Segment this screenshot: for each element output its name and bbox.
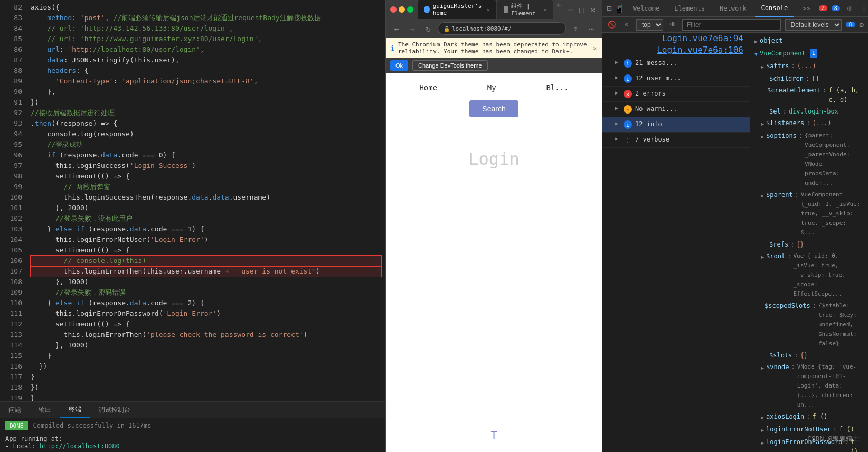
tab-welcome[interactable]: Welcome bbox=[627, 0, 666, 17]
msg-2-errors[interactable]: ▶ ✕ 2 errors bbox=[602, 87, 750, 102]
clear-console-icon[interactable]: 🚫 bbox=[607, 20, 617, 30]
expand-axios[interactable]: ▶ bbox=[761, 413, 764, 422]
login-link-2[interactable]: Login.vue7e6a:106 bbox=[657, 45, 743, 55]
code-line: } else if (response.data.code === 2) { bbox=[31, 298, 381, 308]
line-number: 99 bbox=[0, 182, 22, 192]
back-btn[interactable]: ← bbox=[390, 22, 403, 35]
error-badge: 2 bbox=[819, 5, 827, 11]
code-line: }) bbox=[31, 361, 381, 372]
browser-max-btn[interactable] bbox=[407, 6, 413, 13]
browser-tab-home[interactable]: guiguiMaster's home ✕ bbox=[418, 0, 496, 19]
code-line: this.loginErrorOnPassword('Login Error') bbox=[31, 308, 381, 319]
login-link-1[interactable]: Login.vue7e6a:94 bbox=[662, 34, 743, 43]
nav-home[interactable]: Home bbox=[419, 83, 437, 92]
info-icon: i bbox=[624, 74, 632, 83]
search-button[interactable]: Search bbox=[469, 100, 518, 117]
tab-debug[interactable]: 调试控制台 bbox=[90, 402, 139, 418]
extensions-btn[interactable]: ⊕ bbox=[569, 22, 582, 35]
expand-attrs[interactable]: ▶ bbox=[761, 62, 764, 72]
code-line: setTimeout(() => { bbox=[31, 245, 381, 256]
line-number: 87 bbox=[0, 55, 22, 65]
code-line: setTimeout(() => { bbox=[31, 171, 381, 182]
tab-network[interactable]: Network bbox=[713, 0, 753, 17]
listeners-val: (...) bbox=[813, 118, 832, 128]
dock-side-icon[interactable]: ⋮ bbox=[859, 3, 868, 14]
filter-input[interactable] bbox=[682, 19, 781, 31]
navigation-bar: ← → ↻ 🔒 localhost:8080/#/ ⊕ ⋯ bbox=[386, 19, 602, 38]
tab-output[interactable]: 输出 bbox=[30, 402, 60, 418]
browser-close-btn[interactable] bbox=[390, 6, 397, 13]
code-line: headers: { bbox=[31, 65, 381, 76]
settings-icon[interactable]: ⚙ bbox=[844, 3, 855, 14]
local-url[interactable]: http://localhost:8080 bbox=[40, 442, 120, 450]
nav-my[interactable]: My bbox=[487, 83, 496, 92]
level-selector[interactable]: Default levels bbox=[785, 19, 842, 31]
refresh-btn[interactable]: ↻ bbox=[422, 22, 435, 35]
expand-object[interactable]: ▶ bbox=[754, 37, 758, 46]
line-number: 105 bbox=[0, 245, 22, 256]
expand-vue[interactable]: ▼ bbox=[754, 50, 758, 59]
verbose-icon: ⋮ bbox=[624, 136, 632, 144]
attrs-val: (...) bbox=[797, 61, 816, 71]
expand-root[interactable]: ▶ bbox=[761, 252, 764, 262]
eye-icon[interactable]: 👁 bbox=[667, 20, 678, 30]
msg-12-user[interactable]: ▶ i 12 user m... bbox=[602, 71, 750, 87]
console-settings-icon[interactable]: ⚙ bbox=[860, 21, 864, 29]
change-devtools-theme-btn[interactable]: Change DevTools theme bbox=[412, 60, 487, 71]
msg-12-info[interactable]: ▶ i 12 info bbox=[602, 117, 750, 133]
object-label: object bbox=[760, 36, 782, 45]
line-number: 113 bbox=[0, 329, 22, 340]
colon: : bbox=[794, 351, 798, 360]
tab-console[interactable]: Console bbox=[755, 0, 795, 17]
browser-tab-element-close[interactable]: ✕ bbox=[543, 7, 546, 13]
url-bar[interactable]: 🔒 localhost:8080/#/ bbox=[438, 22, 566, 35]
expand-lerror[interactable]: ▶ bbox=[761, 426, 764, 435]
browser-title-bar: guiguiMaster's home ✕ 组件 | Element ✕ + ─… bbox=[386, 0, 602, 19]
new-tab-btn[interactable]: + bbox=[554, 0, 563, 19]
code-line: setTimeout(() => { bbox=[31, 319, 381, 329]
expand-options[interactable]: ▶ bbox=[761, 132, 764, 142]
win-max-icon[interactable]: □ bbox=[579, 5, 584, 15]
ok-btn[interactable]: Ok bbox=[390, 60, 408, 71]
win-close-icon[interactable]: ✕ bbox=[590, 5, 596, 15]
line-numbers: 8283848586878889909192939495969798991001… bbox=[0, 0, 26, 401]
win-min-icon[interactable]: ─ bbox=[568, 5, 573, 15]
scoped-slots-key: $scopedSlots bbox=[765, 301, 810, 310]
line-number: 109 bbox=[0, 287, 22, 298]
tab-more[interactable]: >> bbox=[796, 0, 816, 17]
msg-no-warn[interactable]: ▶ ⚠ No warni... bbox=[602, 102, 750, 117]
line-number: 98 bbox=[0, 171, 22, 182]
url-text: localhost:8080/#/ bbox=[452, 25, 512, 32]
line-number: 91 bbox=[0, 97, 22, 108]
expand-listeners[interactable]: ▶ bbox=[761, 119, 764, 129]
bottom-tabs: 问题 输出 终端 调试控制台 bbox=[0, 401, 385, 418]
expand-parent[interactable]: ▶ bbox=[761, 191, 764, 201]
code-line: //登录失败，没有此用户 bbox=[31, 213, 381, 224]
close-notification-btn[interactable]: ✕ bbox=[593, 45, 597, 52]
msg-21-messages[interactable]: ▶ i 21 messa... bbox=[602, 56, 750, 71]
browser-tab-element[interactable]: 组件 | Element ✕ bbox=[497, 0, 553, 19]
tab-elements[interactable]: Elements bbox=[668, 0, 711, 17]
colon: : bbox=[799, 131, 803, 140]
dock-icon[interactable]: ⊟ bbox=[607, 3, 612, 14]
browser-min-btn[interactable] bbox=[399, 6, 405, 13]
line-number: 117 bbox=[0, 372, 22, 382]
filter-icon[interactable]: ⊘ bbox=[621, 20, 632, 30]
code-line: } bbox=[31, 393, 381, 401]
line-number: 111 bbox=[0, 308, 22, 319]
tab-terminal[interactable]: 终端 bbox=[60, 402, 90, 418]
expand-lpassword[interactable]: ▶ bbox=[761, 438, 764, 448]
mobile-icon[interactable]: 📱 bbox=[614, 3, 625, 14]
children-val: [] bbox=[812, 74, 819, 83]
devtools-panel: ⊟ 📱 Welcome Elements Network Console >> … bbox=[602, 0, 868, 452]
browser-tab-home-close[interactable]: ✕ bbox=[487, 7, 490, 13]
expand-vnode[interactable]: ▶ bbox=[761, 363, 764, 373]
window-controls: ─ □ ✕ bbox=[568, 5, 598, 15]
context-selector[interactable]: top bbox=[636, 19, 663, 31]
tab-problems[interactable]: 问题 bbox=[0, 402, 30, 418]
nav-bl[interactable]: Bl... bbox=[546, 83, 568, 92]
expand-arrow: ▶ bbox=[615, 59, 618, 65]
forward-btn: → bbox=[406, 22, 419, 35]
more-btn[interactable]: ⋯ bbox=[585, 22, 598, 35]
msg-7-verbose[interactable]: ▶ ⋮ 7 verbose bbox=[602, 133, 750, 148]
